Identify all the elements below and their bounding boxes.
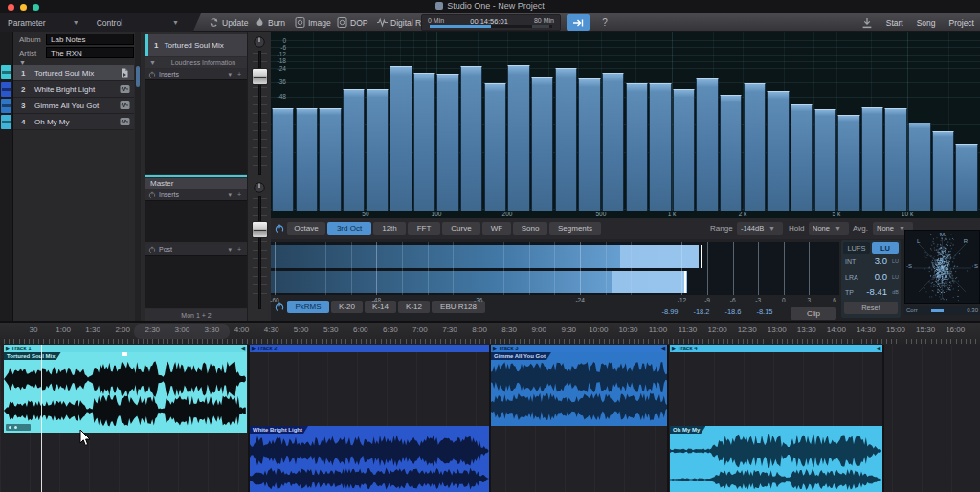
spectrum-bar bbox=[908, 123, 930, 211]
album-field[interactable]: Lab Notes bbox=[46, 34, 134, 45]
chevron-down-icon[interactable]: ▼ bbox=[73, 19, 79, 26]
third-oct-button[interactable]: 3rd Oct bbox=[327, 222, 371, 235]
meter-tick bbox=[707, 242, 708, 295]
control-dropdown[interactable]: Control bbox=[97, 18, 122, 28]
master-fader-rail[interactable] bbox=[258, 196, 261, 309]
clip-button[interactable]: Clip bbox=[791, 307, 836, 320]
inserts-well[interactable] bbox=[145, 79, 247, 174]
overview-thumb-4[interactable] bbox=[1, 115, 11, 129]
ruler-label: 8:30 bbox=[501, 325, 517, 334]
wf-button[interactable]: WF bbox=[482, 222, 511, 235]
twelfth-button[interactable]: 12th bbox=[373, 222, 406, 235]
overview-thumb-1[interactable] bbox=[1, 65, 11, 79]
artist-field[interactable]: The RXN bbox=[46, 47, 134, 58]
ruler-label: 7:00 bbox=[412, 325, 428, 334]
spectrum-bar bbox=[767, 91, 789, 211]
pan-knob[interactable] bbox=[254, 34, 265, 46]
ruler-label: 13:30 bbox=[797, 325, 816, 334]
octave-button[interactable]: Octave bbox=[287, 222, 325, 235]
clip-white-bright-light[interactable]: White Bright Light bbox=[250, 426, 489, 492]
y-axis-tick-label: -48 bbox=[273, 93, 286, 100]
clip-gain-handle[interactable] bbox=[122, 352, 127, 356]
master-fader-handle[interactable] bbox=[252, 221, 268, 238]
clip-options-badge[interactable] bbox=[6, 424, 31, 431]
timeline-ruler[interactable]: 301:001:302:002:303:003:304:004:305:005:… bbox=[0, 321, 980, 345]
selected-track-header[interactable]: 1 Tortured Soul Mix bbox=[145, 34, 247, 56]
curve-button[interactable]: Curve bbox=[442, 222, 480, 235]
playhead[interactable] bbox=[41, 345, 42, 492]
meter-scale-label: -12 bbox=[678, 297, 686, 303]
project-page-button[interactable]: Project bbox=[949, 18, 974, 28]
track-title: White Bright Light bbox=[34, 85, 120, 94]
track2-header[interactable]: ▶Track 2 bbox=[250, 345, 489, 352]
db-gridline bbox=[271, 68, 980, 69]
int-unit: LU bbox=[892, 258, 899, 264]
power-icon[interactable] bbox=[275, 302, 284, 312]
chevron-down-icon[interactable]: ▼ bbox=[172, 19, 179, 26]
power-icon[interactable] bbox=[148, 246, 156, 254]
pkrms-button[interactable]: PkRMS bbox=[287, 301, 329, 313]
power-icon[interactable] bbox=[275, 224, 284, 234]
track-list-item-4[interactable]: 4 Oh My My bbox=[13, 114, 134, 130]
power-icon[interactable] bbox=[148, 71, 156, 78]
song-page-button[interactable]: Song bbox=[917, 18, 936, 28]
ruler-label: 30 bbox=[30, 325, 38, 334]
progress-bar[interactable] bbox=[430, 25, 552, 28]
overview-thumb-2[interactable] bbox=[1, 82, 11, 97]
post-well[interactable] bbox=[145, 255, 247, 308]
update-button[interactable]: Update bbox=[209, 13, 248, 32]
spectrum-analyzer[interactable]: 0-6-12-18-24-36-48-72-96-144501002005001… bbox=[271, 32, 980, 218]
section-tools[interactable]: ▾ + bbox=[228, 71, 243, 78]
clip-oh-my-my[interactable]: Oh My My bbox=[670, 426, 882, 492]
track-separator bbox=[882, 345, 884, 492]
clip-gimme-all-you-got[interactable]: Gimme All You Got bbox=[491, 352, 667, 426]
track4-header[interactable]: ▶Track 4◀ bbox=[670, 345, 882, 352]
loudness-info-section[interactable]: ▼ Loudness Information bbox=[145, 57, 247, 68]
segments-button[interactable]: Segments bbox=[549, 222, 601, 235]
spectrum-bar bbox=[837, 115, 859, 211]
hold-dropdown[interactable]: None▼ bbox=[809, 222, 849, 235]
master-pan-knob[interactable] bbox=[254, 180, 265, 191]
burn-button[interactable]: Burn bbox=[255, 13, 285, 32]
track-list-scrollbar[interactable] bbox=[135, 32, 141, 321]
sono-button[interactable]: Sono bbox=[513, 222, 547, 235]
wav-file-icon[interactable] bbox=[120, 101, 130, 110]
dop-button[interactable]: DOP bbox=[337, 13, 368, 32]
track3-header[interactable]: ▶Track 3◀ bbox=[491, 345, 667, 352]
inserts-section-header[interactable]: Inserts ▾ + bbox=[145, 69, 247, 79]
master-file-icon[interactable] bbox=[120, 68, 130, 78]
spectrum-bar bbox=[649, 83, 671, 211]
lufs-toggle[interactable]: LUFS bbox=[843, 242, 870, 254]
track-list-item-2[interactable]: 2 White Bright Light bbox=[13, 81, 134, 98]
arrangement-area[interactable]: ▶Track 1◀ ▶Track 2 ▶Track 3◀ ▶Track 4◀ T… bbox=[0, 345, 980, 492]
lu-toggle[interactable]: LU bbox=[872, 242, 899, 254]
track-number: 4 bbox=[21, 118, 31, 126]
track-list-item-1[interactable]: 1 Tortured Soul Mix bbox=[13, 65, 134, 81]
section-tools[interactable]: ▾ + bbox=[228, 191, 243, 199]
track-fader-handle[interactable] bbox=[252, 68, 268, 85]
locate-end-button[interactable] bbox=[567, 14, 590, 31]
section-tools[interactable]: ▾ + bbox=[228, 246, 243, 254]
reset-button[interactable]: Reset bbox=[844, 302, 898, 314]
wav-file-icon[interactable] bbox=[120, 117, 130, 126]
fft-button[interactable]: FFT bbox=[408, 222, 440, 235]
k20-button[interactable]: K-20 bbox=[331, 301, 363, 313]
master-inserts-well[interactable] bbox=[145, 200, 247, 242]
monitor-out-label[interactable]: Mon 1 + 2 bbox=[145, 309, 247, 321]
track-list-item-3[interactable]: 3 Gimme All You Got bbox=[13, 98, 134, 114]
range-dropdown[interactable]: -144dB▼ bbox=[737, 222, 783, 235]
overview-thumb-3[interactable] bbox=[1, 99, 11, 113]
post-section-header[interactable]: Post ▾ + bbox=[145, 244, 247, 255]
k12-button[interactable]: K-12 bbox=[398, 301, 430, 313]
start-page-button[interactable]: Start bbox=[886, 18, 903, 28]
wav-file-icon[interactable] bbox=[120, 84, 130, 94]
spectrum-bar bbox=[555, 68, 577, 211]
image-button[interactable]: Image bbox=[295, 13, 331, 32]
lra-value: 0.0 bbox=[875, 271, 887, 281]
download-icon[interactable] bbox=[861, 17, 873, 29]
master-inserts-header[interactable]: Inserts ▾ + bbox=[145, 190, 247, 200]
help-button[interactable]: ? bbox=[597, 14, 612, 31]
parameter-dropdown[interactable]: Parameter bbox=[8, 18, 46, 28]
master-header[interactable]: Master bbox=[145, 178, 247, 189]
power-icon[interactable] bbox=[148, 191, 156, 199]
